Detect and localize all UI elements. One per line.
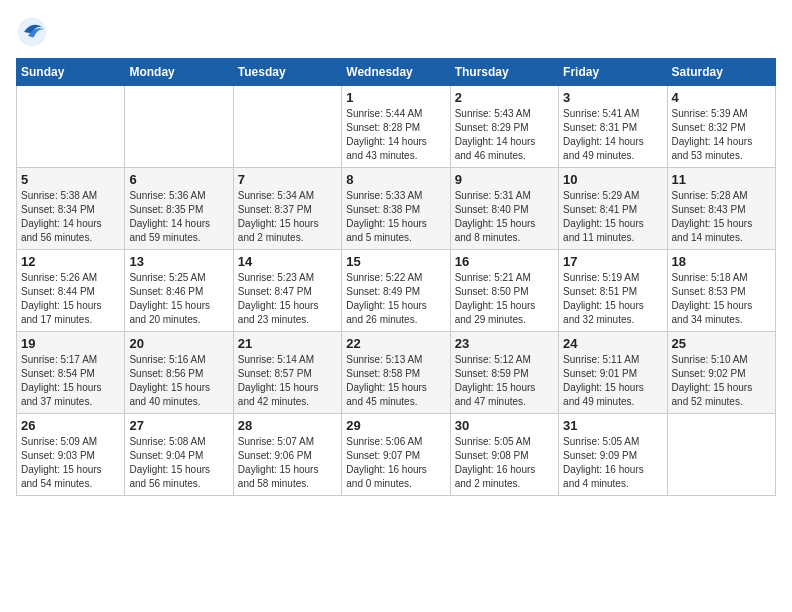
day-number: 27 [129,418,228,433]
page-header [16,16,776,48]
day-number: 16 [455,254,554,269]
calendar-cell: 12Sunrise: 5:26 AM Sunset: 8:44 PM Dayli… [17,250,125,332]
calendar-cell: 16Sunrise: 5:21 AM Sunset: 8:50 PM Dayli… [450,250,558,332]
day-number: 21 [238,336,337,351]
day-number: 10 [563,172,662,187]
day-number: 1 [346,90,445,105]
day-header-sunday: Sunday [17,59,125,86]
calendar-cell: 28Sunrise: 5:07 AM Sunset: 9:06 PM Dayli… [233,414,341,496]
day-info: Sunrise: 5:22 AM Sunset: 8:49 PM Dayligh… [346,271,445,327]
calendar-cell: 15Sunrise: 5:22 AM Sunset: 8:49 PM Dayli… [342,250,450,332]
logo-icon [16,16,48,48]
day-number: 31 [563,418,662,433]
calendar-cell: 21Sunrise: 5:14 AM Sunset: 8:57 PM Dayli… [233,332,341,414]
day-info: Sunrise: 5:33 AM Sunset: 8:38 PM Dayligh… [346,189,445,245]
logo [16,16,52,48]
day-number: 29 [346,418,445,433]
day-info: Sunrise: 5:06 AM Sunset: 9:07 PM Dayligh… [346,435,445,491]
calendar-cell: 4Sunrise: 5:39 AM Sunset: 8:32 PM Daylig… [667,86,775,168]
day-info: Sunrise: 5:38 AM Sunset: 8:34 PM Dayligh… [21,189,120,245]
day-info: Sunrise: 5:21 AM Sunset: 8:50 PM Dayligh… [455,271,554,327]
calendar-cell: 30Sunrise: 5:05 AM Sunset: 9:08 PM Dayli… [450,414,558,496]
calendar-cell: 24Sunrise: 5:11 AM Sunset: 9:01 PM Dayli… [559,332,667,414]
day-info: Sunrise: 5:23 AM Sunset: 8:47 PM Dayligh… [238,271,337,327]
day-header-wednesday: Wednesday [342,59,450,86]
calendar-cell: 27Sunrise: 5:08 AM Sunset: 9:04 PM Dayli… [125,414,233,496]
day-info: Sunrise: 5:05 AM Sunset: 9:08 PM Dayligh… [455,435,554,491]
day-number: 15 [346,254,445,269]
calendar-cell: 26Sunrise: 5:09 AM Sunset: 9:03 PM Dayli… [17,414,125,496]
calendar-cell: 7Sunrise: 5:34 AM Sunset: 8:37 PM Daylig… [233,168,341,250]
calendar-cell: 13Sunrise: 5:25 AM Sunset: 8:46 PM Dayli… [125,250,233,332]
day-info: Sunrise: 5:25 AM Sunset: 8:46 PM Dayligh… [129,271,228,327]
day-number: 2 [455,90,554,105]
calendar-cell: 8Sunrise: 5:33 AM Sunset: 8:38 PM Daylig… [342,168,450,250]
day-info: Sunrise: 5:14 AM Sunset: 8:57 PM Dayligh… [238,353,337,409]
calendar-cell: 18Sunrise: 5:18 AM Sunset: 8:53 PM Dayli… [667,250,775,332]
day-number: 8 [346,172,445,187]
day-info: Sunrise: 5:07 AM Sunset: 9:06 PM Dayligh… [238,435,337,491]
day-info: Sunrise: 5:28 AM Sunset: 8:43 PM Dayligh… [672,189,771,245]
calendar-header: SundayMondayTuesdayWednesdayThursdayFrid… [17,59,776,86]
calendar-cell: 2Sunrise: 5:43 AM Sunset: 8:29 PM Daylig… [450,86,558,168]
day-info: Sunrise: 5:29 AM Sunset: 8:41 PM Dayligh… [563,189,662,245]
day-info: Sunrise: 5:43 AM Sunset: 8:29 PM Dayligh… [455,107,554,163]
calendar-week-4: 26Sunrise: 5:09 AM Sunset: 9:03 PM Dayli… [17,414,776,496]
calendar-week-1: 5Sunrise: 5:38 AM Sunset: 8:34 PM Daylig… [17,168,776,250]
calendar-cell: 22Sunrise: 5:13 AM Sunset: 8:58 PM Dayli… [342,332,450,414]
day-header-saturday: Saturday [667,59,775,86]
day-info: Sunrise: 5:17 AM Sunset: 8:54 PM Dayligh… [21,353,120,409]
day-number: 25 [672,336,771,351]
day-header-tuesday: Tuesday [233,59,341,86]
day-info: Sunrise: 5:05 AM Sunset: 9:09 PM Dayligh… [563,435,662,491]
calendar-week-2: 12Sunrise: 5:26 AM Sunset: 8:44 PM Dayli… [17,250,776,332]
calendar: SundayMondayTuesdayWednesdayThursdayFrid… [16,58,776,496]
day-info: Sunrise: 5:18 AM Sunset: 8:53 PM Dayligh… [672,271,771,327]
calendar-cell [125,86,233,168]
day-number: 30 [455,418,554,433]
calendar-cell: 10Sunrise: 5:29 AM Sunset: 8:41 PM Dayli… [559,168,667,250]
day-header-monday: Monday [125,59,233,86]
calendar-cell [17,86,125,168]
day-info: Sunrise: 5:31 AM Sunset: 8:40 PM Dayligh… [455,189,554,245]
day-number: 7 [238,172,337,187]
day-number: 19 [21,336,120,351]
day-number: 17 [563,254,662,269]
day-info: Sunrise: 5:44 AM Sunset: 8:28 PM Dayligh… [346,107,445,163]
day-info: Sunrise: 5:36 AM Sunset: 8:35 PM Dayligh… [129,189,228,245]
day-number: 6 [129,172,228,187]
calendar-cell: 29Sunrise: 5:06 AM Sunset: 9:07 PM Dayli… [342,414,450,496]
calendar-cell: 11Sunrise: 5:28 AM Sunset: 8:43 PM Dayli… [667,168,775,250]
day-info: Sunrise: 5:11 AM Sunset: 9:01 PM Dayligh… [563,353,662,409]
calendar-cell: 25Sunrise: 5:10 AM Sunset: 9:02 PM Dayli… [667,332,775,414]
day-header-friday: Friday [559,59,667,86]
day-info: Sunrise: 5:10 AM Sunset: 9:02 PM Dayligh… [672,353,771,409]
day-header-thursday: Thursday [450,59,558,86]
calendar-cell: 31Sunrise: 5:05 AM Sunset: 9:09 PM Dayli… [559,414,667,496]
calendar-cell [667,414,775,496]
day-info: Sunrise: 5:19 AM Sunset: 8:51 PM Dayligh… [563,271,662,327]
calendar-cell: 17Sunrise: 5:19 AM Sunset: 8:51 PM Dayli… [559,250,667,332]
day-info: Sunrise: 5:16 AM Sunset: 8:56 PM Dayligh… [129,353,228,409]
day-number: 28 [238,418,337,433]
calendar-cell: 20Sunrise: 5:16 AM Sunset: 8:56 PM Dayli… [125,332,233,414]
calendar-cell: 5Sunrise: 5:38 AM Sunset: 8:34 PM Daylig… [17,168,125,250]
calendar-body: 1Sunrise: 5:44 AM Sunset: 8:28 PM Daylig… [17,86,776,496]
day-number: 24 [563,336,662,351]
calendar-week-0: 1Sunrise: 5:44 AM Sunset: 8:28 PM Daylig… [17,86,776,168]
day-info: Sunrise: 5:34 AM Sunset: 8:37 PM Dayligh… [238,189,337,245]
calendar-cell [233,86,341,168]
day-info: Sunrise: 5:09 AM Sunset: 9:03 PM Dayligh… [21,435,120,491]
day-info: Sunrise: 5:08 AM Sunset: 9:04 PM Dayligh… [129,435,228,491]
day-number: 13 [129,254,228,269]
calendar-week-3: 19Sunrise: 5:17 AM Sunset: 8:54 PM Dayli… [17,332,776,414]
day-number: 20 [129,336,228,351]
calendar-cell: 14Sunrise: 5:23 AM Sunset: 8:47 PM Dayli… [233,250,341,332]
header-row: SundayMondayTuesdayWednesdayThursdayFrid… [17,59,776,86]
day-number: 12 [21,254,120,269]
calendar-cell: 9Sunrise: 5:31 AM Sunset: 8:40 PM Daylig… [450,168,558,250]
day-info: Sunrise: 5:13 AM Sunset: 8:58 PM Dayligh… [346,353,445,409]
day-info: Sunrise: 5:39 AM Sunset: 8:32 PM Dayligh… [672,107,771,163]
day-info: Sunrise: 5:41 AM Sunset: 8:31 PM Dayligh… [563,107,662,163]
day-number: 18 [672,254,771,269]
